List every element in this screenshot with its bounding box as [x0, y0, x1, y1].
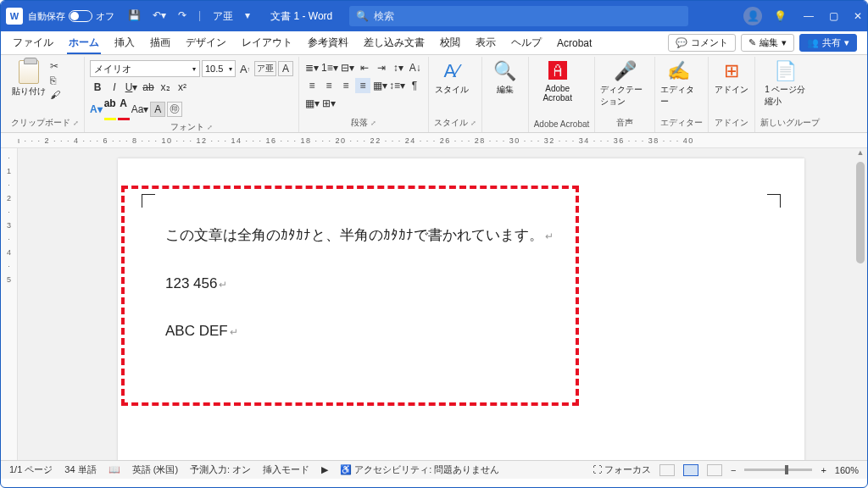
tab-insert[interactable]: 挿入 — [113, 32, 136, 53]
sort-icon[interactable]: A↓ — [408, 60, 423, 75]
change-case-icon[interactable]: Aa▾ — [131, 102, 149, 117]
copy-icon[interactable]: ⎘ — [50, 75, 60, 86]
editing-button[interactable]: 🔍編集 — [487, 60, 523, 96]
bullets-icon[interactable]: ≣▾ — [304, 60, 320, 75]
language-indicator[interactable]: 英語 (米国) — [132, 463, 178, 476]
minimize-icon[interactable]: — — [804, 10, 814, 22]
bold-icon[interactable]: B — [90, 80, 105, 95]
tab-acrobat[interactable]: Acrobat — [555, 34, 593, 53]
vertical-ruler[interactable]: ·1·2·3·4·5 — [1, 148, 18, 460]
zoom-level[interactable]: 160% — [835, 465, 859, 475]
tab-mailings[interactable]: 差し込み文書 — [362, 32, 426, 53]
autosave-toggle[interactable]: 自動保存 オフ — [28, 10, 114, 23]
char-border-icon[interactable]: A — [278, 61, 293, 76]
scroll-up-icon[interactable]: ▲ — [857, 148, 865, 157]
page-indicator[interactable]: 1/1 ページ — [9, 463, 53, 476]
justify-icon[interactable]: ≡ — [355, 78, 370, 93]
italic-icon[interactable]: I — [107, 80, 122, 95]
distribute-icon[interactable]: ▦▾ — [372, 78, 387, 93]
phonetic-guide-icon[interactable]: ア亜 — [254, 61, 276, 76]
text-line-1[interactable]: この文章は全角のｶﾀｶﾅと、半角のｶﾀｶﾅで書かれています。 — [165, 227, 543, 243]
multilevel-icon[interactable]: ⊟▾ — [340, 60, 355, 75]
vertical-scrollbar[interactable]: ▲ — [854, 148, 867, 460]
font-family-select[interactable]: メイリオ▾ — [90, 60, 200, 77]
read-mode-icon[interactable] — [659, 464, 675, 476]
horizontal-ruler[interactable]: ι · · · 2 · · · 4 · · · 6 · · · 8 · · · … — [1, 133, 867, 148]
qat-dropdown-icon[interactable]: ▾ — [242, 8, 253, 25]
account-icon[interactable]: 👤 — [743, 7, 762, 25]
print-layout-icon[interactable] — [683, 464, 698, 476]
comment-button[interactable]: 💬 コメント — [668, 34, 736, 52]
undo-icon[interactable]: ↶▾ — [149, 8, 170, 25]
addin-button[interactable]: ⊞アドイン — [714, 60, 749, 96]
strike-icon[interactable]: ab — [141, 80, 156, 95]
zoom-out-icon[interactable]: − — [731, 465, 736, 475]
tab-view[interactable]: 表示 — [474, 32, 498, 53]
az-button[interactable]: ア亜 — [209, 8, 236, 25]
predict-indicator[interactable]: 予測入力: オン — [190, 463, 251, 476]
shrink-page-button[interactable]: 📄1 ページ分 縮小 — [760, 60, 810, 108]
group-addin: ⊞アドイン アドイン — [709, 57, 755, 132]
maximize-icon[interactable]: ▢ — [829, 10, 838, 22]
line-spacing-icon[interactable]: ↕≡▾ — [389, 78, 405, 93]
redo-icon[interactable]: ↷ — [175, 8, 190, 25]
decrease-indent-icon[interactable]: ⇤ — [357, 60, 372, 75]
align-left-icon[interactable]: ≡ — [304, 78, 320, 93]
tab-references[interactable]: 参考資料 — [306, 32, 350, 53]
edit-mode-button[interactable]: ✎ 編集 ▾ — [741, 34, 794, 52]
spell-check-icon[interactable]: 📖 — [108, 464, 120, 475]
page[interactable]: この文章は全角のｶﾀｶﾅと、半角のｶﾀｶﾅで書かれています。↵ 123 456↵… — [118, 158, 804, 460]
text-line-3[interactable]: ABC DEF — [165, 323, 228, 339]
show-marks-icon[interactable]: ¶ — [407, 78, 422, 93]
format-painter-icon[interactable]: 🖌 — [50, 89, 60, 101]
tab-layout[interactable]: レイアウト — [240, 32, 294, 53]
scrollbar-thumb[interactable] — [856, 162, 865, 263]
subscript-icon[interactable]: x₂ — [158, 80, 173, 95]
macro-icon[interactable]: ▶ — [321, 464, 328, 475]
paste-button[interactable]: 貼り付け — [11, 60, 47, 97]
tab-review[interactable]: 校閲 — [438, 32, 462, 53]
tab-home[interactable]: ホーム — [67, 32, 101, 53]
tab-help[interactable]: ヘルプ — [509, 32, 543, 53]
share-button[interactable]: 👥 共有 ▾ — [799, 34, 857, 52]
text-line-2[interactable]: 123 456 — [165, 275, 217, 291]
tab-file[interactable]: ファイル — [11, 32, 55, 53]
text-effects-icon[interactable]: A▾ — [90, 103, 103, 115]
document-content[interactable]: この文章は全角のｶﾀｶﾅと、半角のｶﾀｶﾅで書かれています。↵ 123 456↵… — [165, 223, 554, 367]
font-size-select[interactable]: 10.5▾ — [202, 60, 236, 77]
zoom-in-icon[interactable]: + — [821, 465, 826, 475]
cut-icon[interactable]: ✂ — [50, 60, 60, 72]
group-clipboard: 貼り付け ✂ ⎘ 🖌 クリップボード⤢ — [6, 57, 85, 132]
tab-design[interactable]: デザイン — [184, 32, 228, 53]
web-layout-icon[interactable] — [707, 464, 722, 476]
editor-button[interactable]: ✍エディター — [660, 60, 696, 108]
shading-icon[interactable]: ▦▾ — [304, 96, 320, 111]
char-shading-icon[interactable]: A — [150, 102, 165, 117]
help-icon[interactable]: 💡 — [774, 10, 787, 22]
tab-draw[interactable]: 描画 — [148, 32, 172, 53]
dictation-button[interactable]: 🎤ディクテーション — [600, 60, 649, 108]
save-icon[interactable]: 💾 — [125, 8, 144, 25]
focus-mode[interactable]: ⛶ フォーカス — [593, 463, 651, 476]
highlight-icon[interactable]: ab — [104, 97, 116, 120]
search-box[interactable]: 🔍 検索 — [349, 6, 688, 26]
font-color-icon[interactable]: A — [118, 97, 130, 120]
close-icon[interactable]: ✕ — [854, 10, 862, 22]
asian-layout-icon[interactable]: ↕▾ — [391, 60, 406, 75]
superscript-icon[interactable]: x² — [175, 80, 190, 95]
grow-font-icon[interactable]: A↑ — [237, 61, 253, 76]
borders-icon[interactable]: ⊞▾ — [321, 96, 337, 111]
increase-indent-icon[interactable]: ⇥ — [374, 60, 389, 75]
document-canvas[interactable]: この文章は全角のｶﾀｶﾅと、半角のｶﾀｶﾅで書かれています。↵ 123 456↵… — [18, 148, 867, 460]
word-count[interactable]: 34 単語 — [64, 463, 96, 476]
align-center-icon[interactable]: ≡ — [321, 78, 337, 93]
a11y-indicator[interactable]: ♿ アクセシビリティ: 問題ありません — [340, 463, 499, 476]
numbering-icon[interactable]: 1≡▾ — [321, 60, 338, 75]
acrobat-button[interactable]: 🅰Adobe Acrobat — [534, 60, 581, 103]
styles-button[interactable]: A⁄スタイル — [434, 60, 470, 96]
enclose-char-icon[interactable]: ㊞ — [167, 102, 182, 117]
underline-icon[interactable]: U▾ — [124, 80, 139, 95]
insert-mode[interactable]: 挿入モード — [263, 463, 309, 476]
align-right-icon[interactable]: ≡ — [338, 78, 353, 93]
zoom-slider[interactable] — [744, 469, 812, 471]
